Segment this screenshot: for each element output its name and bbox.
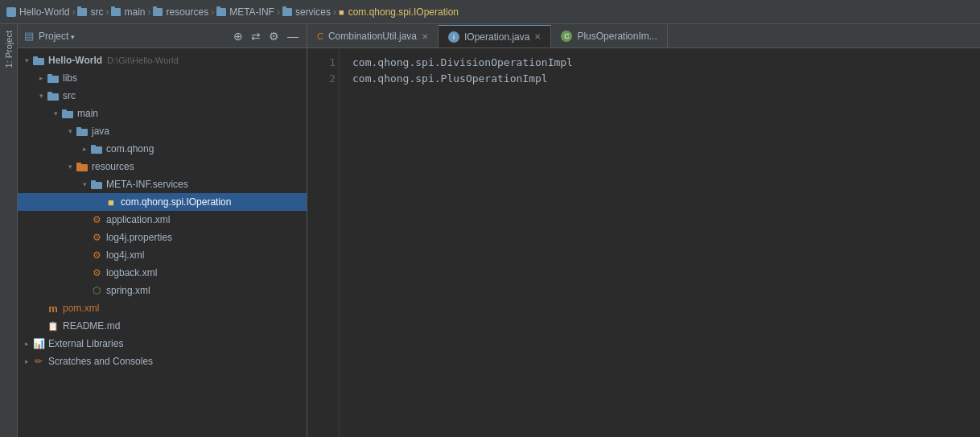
project-tab-label[interactable]: 1: Project [2,27,15,71]
tree-label-metainf-services: META-INF.services [106,179,188,190]
src-folder-icon [77,8,87,16]
editor-content: 1 2 com.qhong.spi.DivisionOperationImpl … [307,48,980,437]
breadcrumb-hello-world[interactable]: Hello-World [19,6,69,18]
svg-rect-1 [33,56,38,59]
tree-item-libs[interactable]: libs [18,69,307,87]
svg-rect-12 [76,164,88,171]
tree-item-src[interactable]: src [18,87,307,105]
tree-label-libs: libs [63,72,77,84]
breadcrumb-sep-3: › [147,6,150,18]
code-area[interactable]: com.qhong.spi.DivisionOperationImpl com.… [340,48,980,437]
sidebar: ▤ Project Hello-World D:\Git\Hello-World [18,24,307,437]
tree-item-hello-world[interactable]: Hello-World D:\Git\Hello-World [18,52,307,69]
tree-label-ext-libs: External Libraries [48,338,123,349]
folder-icon-src [47,89,60,102]
tree-item-com-qhong[interactable]: com.qhong [18,140,307,158]
tree-item-metainf-services[interactable]: META-INF.services [18,175,307,193]
folder-icon-scratches: ✏ [32,355,45,368]
file-icon-spring-xml: ⬡ [90,284,103,297]
arrow-hello-world [21,56,32,64]
tree-label-spring-xml: spring.xml [106,285,150,296]
tree-label-logback-xml: logback.xml [106,267,157,278]
tree-item-main[interactable]: main [18,105,307,122]
tree-label-com-qhong: com.qhong [106,143,154,155]
tree-label-ioperation: com.qhong.spi.IOperation [121,196,231,208]
tree-item-ioperation[interactable]: ■ com.qhong.spi.IOperation [18,193,307,211]
folder-icon-java [76,125,89,138]
tab-label-plus-operation: PlusOperationIm... [577,31,657,42]
tab-ioperation[interactable]: i IOperation.java ✕ [439,25,551,47]
resources-folder-icon [153,8,163,16]
breadcrumb-sep-4: › [211,6,214,18]
tree-item-scratches[interactable]: ✏ Scratches and Consoles [18,352,307,370]
arrow-ext-libs [21,340,32,348]
gear-icon[interactable] [267,28,281,44]
svg-rect-3 [47,74,52,76]
breadcrumb-file[interactable]: com.qhong.spi.IOperation [348,6,459,18]
breadcrumb-sep-5: › [277,6,280,18]
svg-rect-6 [62,111,73,118]
arrow-src [35,92,47,100]
tab-icon-plus-operation: C [561,31,572,42]
tree-item-java[interactable]: java [18,122,307,140]
tab-combination-util[interactable]: C CombinationUtil.java ✕ [307,25,439,47]
tree-item-pom-xml[interactable]: m pom.xml [18,299,307,317]
tree-label-java: java [92,126,109,137]
tree-label-scratches: Scratches and Consoles [48,356,153,367]
line-num-2: 2 [311,71,336,87]
editor-panel: C CombinationUtil.java ✕ i IOperation.ja… [307,24,980,437]
tree-item-readme[interactable]: 📋 README.md [18,317,307,335]
metainf-folder-icon [216,8,226,16]
tab-close-combination-util[interactable]: ✕ [422,32,428,41]
breadcrumb-services[interactable]: services [295,6,331,18]
arrow-resources [64,163,76,171]
breadcrumb-sep-2: › [105,6,109,18]
minimize-icon[interactable] [286,28,300,44]
line-num-1: 1 [311,55,336,71]
sidebar-header-right [232,28,300,44]
tree-label-src: src [63,90,76,101]
breadcrumb-resources[interactable]: resources [166,6,208,18]
svg-rect-2 [47,76,59,83]
breadcrumb-sep-1: › [72,6,75,18]
sync-icon[interactable] [249,28,262,44]
file-icon-breadcrumb: ■ [339,7,344,17]
tree-item-resources[interactable]: resources [18,158,307,175]
project-icon [6,7,16,17]
sidebar-header-left: ▤ Project [24,30,75,42]
tree-item-spring-xml[interactable]: ⬡ spring.xml [18,282,307,299]
tree-item-log4j-properties[interactable]: ⚙ log4j.properties [18,229,307,246]
tab-plus-operation[interactable]: C PlusOperationIm... [551,25,667,47]
svg-rect-9 [76,127,81,130]
tab-icon-ioperation: i [448,31,459,43]
svg-rect-11 [91,145,96,147]
file-icon-logback-xml: ⚙ [90,266,103,279]
editor-tabs: C CombinationUtil.java ✕ i IOperation.ja… [307,24,980,48]
file-tree: Hello-World D:\Git\Hello-World libs src [18,48,307,437]
svg-rect-5 [47,92,52,94]
sidebar-header: ▤ Project [18,24,307,48]
tree-item-logback-xml[interactable]: ⚙ logback.xml [18,264,307,282]
globe-icon[interactable] [232,28,245,44]
vertical-tab[interactable]: 1: Project [0,24,18,437]
tree-item-application-xml[interactable]: ⚙ application.xml [18,211,307,229]
file-icon-log4j-xml: ⚙ [90,249,103,262]
file-icon-ioperation: ■ [105,196,117,208]
tab-close-ioperation[interactable]: ✕ [534,32,541,41]
code-line-2: com.qhong.spi.PlusOperationImpl [352,71,967,87]
project-dropdown[interactable]: Project [39,31,75,42]
breadcrumb-metainf[interactable]: META-INF [229,6,274,18]
breadcrumb-src[interactable]: src [90,6,103,18]
breadcrumb-main[interactable]: main [124,6,145,18]
folder-icon-metainf-services [90,178,103,191]
tree-label-hello-world: Hello-World [48,55,102,66]
tree-label-main: main [77,108,98,119]
svg-rect-8 [76,129,88,136]
svg-rect-14 [91,182,102,189]
svg-rect-15 [91,180,96,183]
tree-item-log4j-xml[interactable]: ⚙ log4j.xml [18,246,307,264]
breadcrumb-sep-6: › [333,6,336,18]
tree-item-ext-libs[interactable]: 📊 External Libraries [18,335,307,352]
folder-icon-hello-world [32,54,45,67]
line-numbers: 1 2 [307,48,340,437]
